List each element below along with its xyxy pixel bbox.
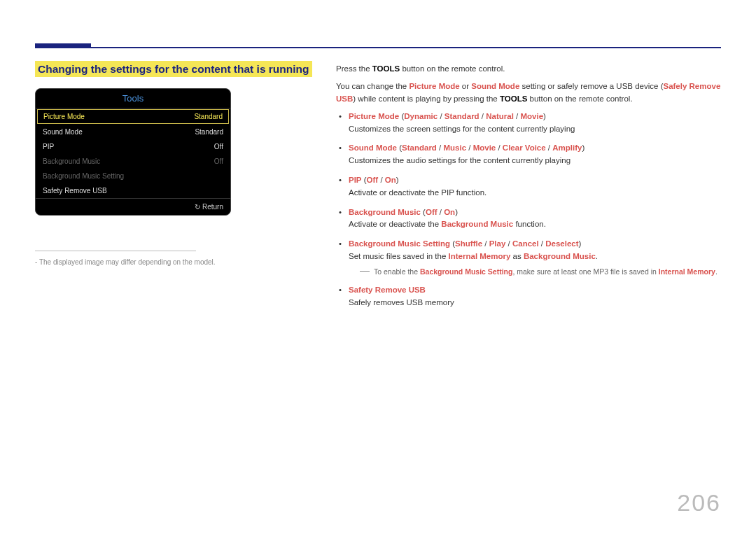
tools-footer: ↻Return [36, 198, 230, 215]
row-label: PIP [43, 143, 54, 150]
row-value: Standard [195, 128, 223, 136]
header-rule [35, 47, 721, 48]
tools-row-bg-music-setting: Background Music Setting [36, 169, 230, 183]
intro-line-2: You can change the Picture Mode or Sound… [336, 80, 721, 105]
note: To enable the Background Music Setting, … [360, 266, 721, 277]
left-column: Changing the settings for the content th… [35, 63, 315, 316]
footnote-left: - The displayed image may differ dependi… [35, 258, 315, 266]
footnote-rule [35, 251, 196, 251]
item-picture-mode: Picture Mode (Dynamic / Standard / Natur… [336, 111, 721, 136]
row-label: Picture Mode [43, 113, 85, 120]
row-label: Background Music [43, 157, 100, 165]
tools-row-pip: PIP Off [36, 139, 230, 154]
item-sound-mode: Sound Mode (Standard / Music / Movie / C… [336, 142, 721, 167]
item-safety-remove: Safety Remove USB Safely removes USB mem… [336, 284, 721, 309]
tools-title: Tools [36, 89, 230, 108]
row-value: Off [214, 157, 223, 165]
tools-window: Tools Picture Mode Standard Sound Mode S… [35, 88, 231, 216]
item-bg-music-setting: Background Music Setting (Shuffle / Play… [336, 238, 721, 277]
item-pip: PIP (Off / On) Activate or deactivate th… [336, 174, 721, 199]
row-label: Background Music Setting [43, 172, 124, 180]
section-heading: Changing the settings for the content th… [35, 61, 312, 77]
row-value: Off [214, 143, 223, 150]
return-label: Return [202, 203, 223, 211]
tools-row-sound-mode: Sound Mode Standard [36, 125, 230, 139]
tools-row-safety-remove: Safety Remove USB [36, 183, 230, 198]
row-label: Safety Remove USB [43, 187, 107, 195]
row-label: Sound Mode [43, 128, 83, 136]
tools-row-picture-mode: Picture Mode Standard [37, 109, 229, 124]
settings-list: Picture Mode (Dynamic / Standard / Natur… [336, 111, 721, 309]
tools-row-bg-music: Background Music Off [36, 154, 230, 169]
item-bg-music: Background Music (Off / On) Activate or … [336, 206, 721, 232]
return-icon: ↻ [195, 203, 200, 211]
page-number: 206 [677, 489, 721, 517]
row-value: Standard [194, 113, 223, 120]
note-dash-icon [360, 271, 370, 272]
right-column: Press the TOOLS button on the remote con… [336, 63, 721, 316]
intro-line-1: Press the TOOLS button on the remote con… [336, 63, 721, 75]
